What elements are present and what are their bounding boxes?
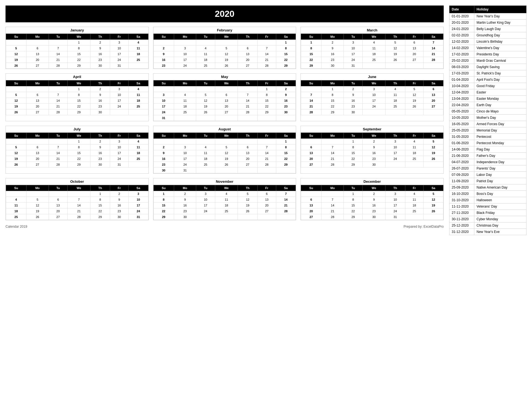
holiday-row: 25-12-2020Christmas Day [449,222,526,229]
calendar-day: 18 [174,104,196,109]
holiday-date: 14-02-2020 [449,45,474,51]
calendar-day: 19 [196,104,215,109]
month-header: June [301,74,443,80]
calendar-day: 1 [90,191,110,197]
calendar-day: 9 [321,45,344,51]
holiday-name: Pentecost [474,134,526,140]
holiday-name: Christmas Day [474,222,526,229]
calendar-day [196,214,215,220]
calendar-day: 21 [49,104,67,109]
calendar-day: 10 [196,197,215,203]
calendar-day: 22 [90,208,110,214]
calendar-day: 8 [276,144,296,150]
calendar-day: 7 [321,197,344,203]
calendar-day [276,168,296,173]
day-header-fr: Fr [257,80,276,86]
month-table: SuMoTuWeThFrSa12345678910111213141516171… [301,80,443,115]
day-header-su: Su [153,34,174,40]
calendar-day: 29 [153,214,174,220]
calendar-day: 4 [129,139,148,144]
calendar-day [424,214,443,220]
calendar-day: 1 [257,86,276,92]
calendar-day: 14 [424,45,443,51]
calendar-day: 6 [215,92,238,98]
day-header-we: We [363,34,385,40]
holiday-name: Mardi Gras Carnival [474,58,526,64]
calendar-day: 12 [424,144,443,150]
holiday-date: 02-02-2020 [449,32,474,39]
calendar-day: 5 [424,191,443,197]
calendar-day: 15 [68,150,91,156]
calendar-day: 11 [215,197,238,203]
holiday-date-header: Date [449,6,474,13]
calendar-day: 31 [385,214,405,220]
calendar-day: 11 [174,98,196,104]
calendar-day: 31 [110,63,129,69]
calendar-day: 5 [196,92,215,98]
month-block-november: NovemberSuMoTuWeThFrSa123456789101112131… [153,178,296,220]
day-header-fr: Fr [405,133,424,139]
calendar-day: 27 [424,104,443,109]
calendar-day: 19 [6,57,26,63]
holiday-name: Presidents Day [474,51,526,58]
holiday-row: 30-11-2020Cyber Monday [449,216,526,222]
month-table: SuMoTuWeThFrSa12345678910111213141516171… [153,80,296,121]
calendar-day: 30 [276,109,296,115]
calendar-day: 30 [321,63,344,69]
calendar-day: 17 [110,150,129,156]
calendar-day: 2 [90,86,110,92]
holiday-date: 21-06-2020 [449,153,474,159]
holiday-row: 16-05-2020Armed Forces Day [449,121,526,127]
calendar-day: 19 [26,208,49,214]
calendar-day: 24 [174,162,196,168]
calendar-day: 18 [215,203,238,208]
calendar-day: 30 [90,63,110,69]
calendar-day: 25 [405,208,424,214]
calendar-day [26,40,49,45]
holiday-row: 27-11-2020Black Friday [449,210,526,216]
calendar-day: 30 [90,162,110,168]
calendar-day: 12 [215,150,238,156]
calendar-day: 8 [344,197,363,203]
year-header: 2020 [6,6,444,22]
day-header-su: Su [6,80,26,86]
footer-left: Calendar 2019 [6,225,27,229]
calendar-day: 30 [363,214,385,220]
holiday-date: 30-11-2020 [449,216,474,222]
day-header-sa: Sa [129,185,148,191]
holiday-row: 31-12-2020New Year's Eve [449,229,526,235]
calendar-day: 10 [110,144,129,150]
month-table: SuMoTuWeThFrSa12345678910111213141516171… [6,133,148,168]
calendar-day: 29 [276,63,296,69]
calendar-day: 10 [153,98,174,104]
calendar-day: 28 [321,162,344,168]
day-header-su: Su [153,133,174,139]
calendar-day: 2 [174,191,196,197]
calendar-day: 1 [68,40,91,45]
calendar-day: 31 [110,162,129,168]
calendar-day: 22 [68,156,91,162]
calendar-day: 15 [257,98,276,104]
calendar-day: 24 [385,208,405,214]
day-header-th: Th [90,133,110,139]
day-header-tu: Tu [344,133,363,139]
calendar-day: 13 [424,92,443,98]
calendar-day: 23 [363,208,385,214]
day-header-sa: Sa [276,185,296,191]
calendar-day: 18 [363,51,385,57]
holiday-name: Cyber Monday [474,216,526,222]
calendar-day [301,86,321,92]
calendar-day [153,139,174,144]
holiday-name: Labor Day [474,172,526,178]
holiday-name: Halloween [474,197,526,203]
calendar-day: 1 [344,191,363,197]
calendar-day: 4 [129,40,148,45]
calendar-day: 26 [424,208,443,214]
calendar-day: 29 [257,109,276,115]
holiday-row: 25-05-2020Memorial Day [449,127,526,134]
calendar-day: 16 [110,203,129,208]
calendar-day: 19 [215,156,238,162]
calendar-day [238,214,258,220]
holiday-date: 16-10-2020 [449,191,474,197]
holiday-row: 02-02-2020Groundhog Day [449,32,526,39]
